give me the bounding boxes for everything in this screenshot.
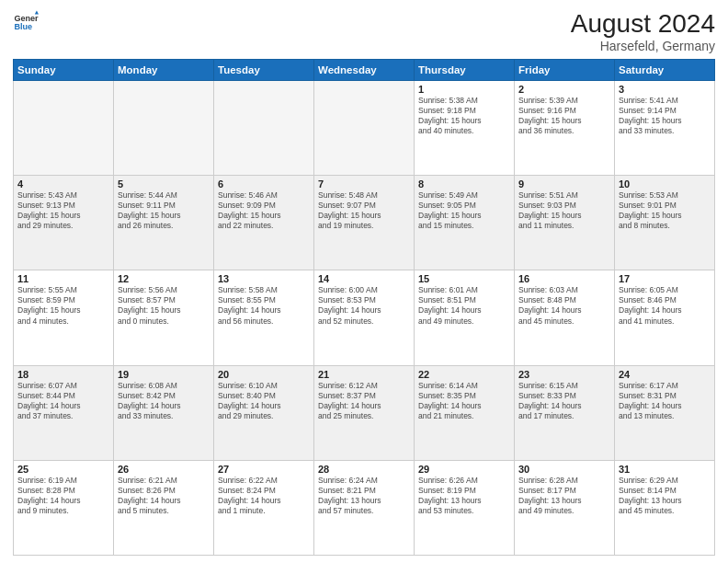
calendar-cell: 17Sunrise: 6:05 AM Sunset: 8:46 PM Dayli… <box>615 270 715 365</box>
calendar-cell: 10Sunrise: 5:53 AM Sunset: 9:01 PM Dayli… <box>615 176 715 270</box>
day-number: 10 <box>619 178 711 190</box>
day-number: 28 <box>318 464 410 475</box>
day-number: 4 <box>17 178 109 190</box>
day-info: Sunrise: 5:53 AM Sunset: 9:01 PM Dayligh… <box>619 190 711 231</box>
day-info: Sunrise: 6:08 AM Sunset: 8:42 PM Dayligh… <box>118 381 210 421</box>
calendar-cell: 15Sunrise: 6:01 AM Sunset: 8:51 PM Dayli… <box>415 270 515 365</box>
day-info: Sunrise: 6:22 AM Sunset: 8:24 PM Dayligh… <box>218 476 310 516</box>
day-number: 6 <box>218 178 310 190</box>
day-info: Sunrise: 6:21 AM Sunset: 8:26 PM Dayligh… <box>118 476 210 516</box>
col-header-saturday: Saturday <box>615 60 715 81</box>
calendar-cell: 14Sunrise: 6:00 AM Sunset: 8:53 PM Dayli… <box>314 270 415 365</box>
calendar-cell: 4Sunrise: 5:43 AM Sunset: 9:13 PM Daylig… <box>14 176 114 270</box>
calendar-cell: 19Sunrise: 6:08 AM Sunset: 8:42 PM Dayli… <box>114 365 214 460</box>
calendar-week-row: 25Sunrise: 6:19 AM Sunset: 8:28 PM Dayli… <box>14 460 715 555</box>
calendar-cell: 23Sunrise: 6:15 AM Sunset: 8:33 PM Dayli… <box>515 365 615 460</box>
calendar-header-row: SundayMondayTuesdayWednesdayThursdayFrid… <box>14 60 715 81</box>
day-number: 5 <box>118 178 210 190</box>
day-number: 24 <box>619 369 711 380</box>
day-number: 19 <box>118 369 210 380</box>
calendar-cell: 30Sunrise: 6:28 AM Sunset: 8:17 PM Dayli… <box>515 460 615 555</box>
day-number: 20 <box>218 369 310 380</box>
calendar-cell: 27Sunrise: 6:22 AM Sunset: 8:24 PM Dayli… <box>214 460 314 555</box>
month-year-title: August 2024 <box>571 9 715 39</box>
day-info: Sunrise: 6:10 AM Sunset: 8:40 PM Dayligh… <box>218 381 310 421</box>
location-title: Harsefeld, Germany <box>571 39 715 53</box>
day-number: 21 <box>318 369 410 380</box>
calendar-cell: 28Sunrise: 6:24 AM Sunset: 8:21 PM Dayli… <box>314 460 415 555</box>
day-info: Sunrise: 5:46 AM Sunset: 9:09 PM Dayligh… <box>218 190 310 231</box>
day-info: Sunrise: 6:03 AM Sunset: 8:48 PM Dayligh… <box>518 285 610 326</box>
calendar-cell: 12Sunrise: 5:56 AM Sunset: 8:57 PM Dayli… <box>114 270 214 365</box>
day-info: Sunrise: 5:43 AM Sunset: 9:13 PM Dayligh… <box>17 190 109 231</box>
day-info: Sunrise: 5:49 AM Sunset: 9:05 PM Dayligh… <box>418 190 510 231</box>
col-header-sunday: Sunday <box>14 60 114 81</box>
calendar-cell: 22Sunrise: 6:14 AM Sunset: 8:35 PM Dayli… <box>415 365 515 460</box>
calendar-cell <box>14 81 114 176</box>
calendar-cell: 3Sunrise: 5:41 AM Sunset: 9:14 PM Daylig… <box>615 81 715 176</box>
logo: General Blue <box>13 9 39 35</box>
day-info: Sunrise: 6:12 AM Sunset: 8:37 PM Dayligh… <box>318 381 410 421</box>
day-number: 27 <box>218 464 310 475</box>
day-info: Sunrise: 5:44 AM Sunset: 9:11 PM Dayligh… <box>118 190 210 231</box>
day-number: 9 <box>518 178 610 190</box>
day-info: Sunrise: 6:00 AM Sunset: 8:53 PM Dayligh… <box>318 285 410 326</box>
day-info: Sunrise: 5:41 AM Sunset: 9:14 PM Dayligh… <box>619 96 711 136</box>
day-number: 8 <box>418 178 510 190</box>
day-info: Sunrise: 5:48 AM Sunset: 9:07 PM Dayligh… <box>318 190 410 231</box>
day-number: 30 <box>518 464 610 475</box>
day-number: 25 <box>17 464 109 475</box>
svg-marker-2 <box>35 10 39 14</box>
calendar-cell: 16Sunrise: 6:03 AM Sunset: 8:48 PM Dayli… <box>515 270 615 365</box>
calendar-cell: 20Sunrise: 6:10 AM Sunset: 8:40 PM Dayli… <box>214 365 314 460</box>
calendar-cell: 31Sunrise: 6:29 AM Sunset: 8:14 PM Dayli… <box>615 460 715 555</box>
calendar-cell: 5Sunrise: 5:44 AM Sunset: 9:11 PM Daylig… <box>114 176 214 270</box>
calendar-cell: 2Sunrise: 5:39 AM Sunset: 9:16 PM Daylig… <box>515 81 615 176</box>
day-number: 31 <box>619 464 711 475</box>
day-info: Sunrise: 5:39 AM Sunset: 9:16 PM Dayligh… <box>518 96 610 136</box>
col-header-wednesday: Wednesday <box>314 60 415 81</box>
calendar-cell: 18Sunrise: 6:07 AM Sunset: 8:44 PM Dayli… <box>14 365 114 460</box>
day-info: Sunrise: 6:29 AM Sunset: 8:14 PM Dayligh… <box>619 476 711 516</box>
calendar-table: SundayMondayTuesdayWednesdayThursdayFrid… <box>13 59 715 556</box>
day-info: Sunrise: 5:55 AM Sunset: 8:59 PM Dayligh… <box>17 285 109 326</box>
day-number: 13 <box>218 273 310 284</box>
calendar-cell: 1Sunrise: 5:38 AM Sunset: 9:18 PM Daylig… <box>415 81 515 176</box>
day-info: Sunrise: 6:19 AM Sunset: 8:28 PM Dayligh… <box>17 476 109 516</box>
day-number: 11 <box>17 273 109 284</box>
calendar-cell <box>114 81 214 176</box>
day-number: 23 <box>518 369 610 380</box>
day-number: 26 <box>118 464 210 475</box>
day-info: Sunrise: 6:15 AM Sunset: 8:33 PM Dayligh… <box>518 381 610 421</box>
calendar-cell: 7Sunrise: 5:48 AM Sunset: 9:07 PM Daylig… <box>314 176 415 270</box>
day-number: 18 <box>17 369 109 380</box>
day-number: 7 <box>318 178 410 190</box>
calendar-cell: 6Sunrise: 5:46 AM Sunset: 9:09 PM Daylig… <box>214 176 314 270</box>
col-header-monday: Monday <box>114 60 214 81</box>
calendar-week-row: 4Sunrise: 5:43 AM Sunset: 9:13 PM Daylig… <box>14 176 715 270</box>
day-number: 1 <box>418 84 510 95</box>
calendar-cell: 21Sunrise: 6:12 AM Sunset: 8:37 PM Dayli… <box>314 365 415 460</box>
day-info: Sunrise: 6:26 AM Sunset: 8:19 PM Dayligh… <box>418 476 510 516</box>
day-info: Sunrise: 6:28 AM Sunset: 8:17 PM Dayligh… <box>518 476 610 516</box>
calendar-cell: 26Sunrise: 6:21 AM Sunset: 8:26 PM Dayli… <box>114 460 214 555</box>
day-info: Sunrise: 5:38 AM Sunset: 9:18 PM Dayligh… <box>418 96 510 136</box>
calendar-cell: 29Sunrise: 6:26 AM Sunset: 8:19 PM Dayli… <box>415 460 515 555</box>
day-number: 12 <box>118 273 210 284</box>
day-number: 14 <box>318 273 410 284</box>
calendar-cell: 25Sunrise: 6:19 AM Sunset: 8:28 PM Dayli… <box>14 460 114 555</box>
day-number: 15 <box>418 273 510 284</box>
day-info: Sunrise: 6:24 AM Sunset: 8:21 PM Dayligh… <box>318 476 410 516</box>
title-block: August 2024 Harsefeld, Germany <box>571 9 715 53</box>
col-header-friday: Friday <box>515 60 615 81</box>
calendar-week-row: 11Sunrise: 5:55 AM Sunset: 8:59 PM Dayli… <box>14 270 715 365</box>
day-number: 16 <box>518 273 610 284</box>
day-info: Sunrise: 5:56 AM Sunset: 8:57 PM Dayligh… <box>118 285 210 326</box>
day-info: Sunrise: 6:05 AM Sunset: 8:46 PM Dayligh… <box>619 285 711 326</box>
calendar-cell: 11Sunrise: 5:55 AM Sunset: 8:59 PM Dayli… <box>14 270 114 365</box>
day-number: 2 <box>518 84 610 95</box>
day-number: 22 <box>418 369 510 380</box>
col-header-thursday: Thursday <box>415 60 515 81</box>
day-number: 17 <box>619 273 711 284</box>
calendar-cell: 13Sunrise: 5:58 AM Sunset: 8:55 PM Dayli… <box>214 270 314 365</box>
